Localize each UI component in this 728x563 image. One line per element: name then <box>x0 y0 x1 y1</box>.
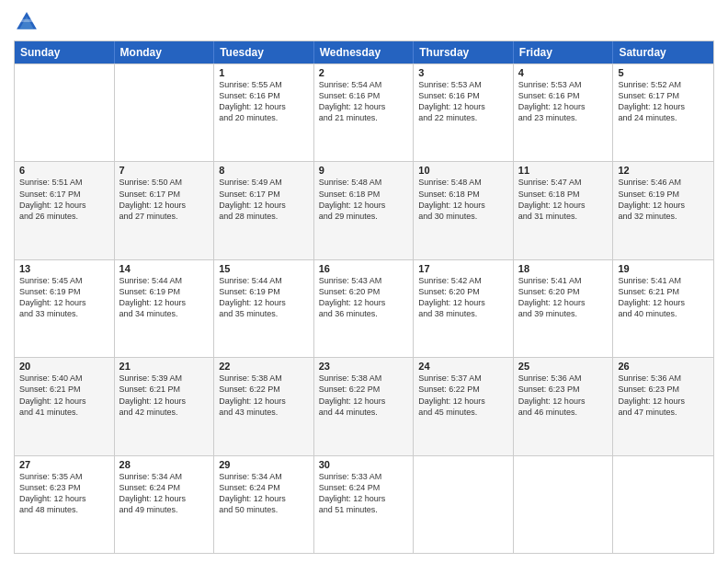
header-day-friday: Friday <box>514 41 614 63</box>
cell-info: Sunrise: 5:36 AM Sunset: 6:23 PM Dayligh… <box>518 373 609 418</box>
cell-info: Sunrise: 5:43 AM Sunset: 6:20 PM Dayligh… <box>319 275 409 320</box>
calendar-cell-3-0: 20Sunrise: 5:40 AM Sunset: 6:21 PM Dayli… <box>15 358 115 454</box>
cell-info: Sunrise: 5:53 AM Sunset: 6:16 PM Dayligh… <box>518 79 609 124</box>
calendar-cell-2-3: 16Sunrise: 5:43 AM Sunset: 6:20 PM Dayli… <box>314 260 415 357</box>
cell-info: Sunrise: 5:51 AM Sunset: 6:17 PM Dayligh… <box>19 177 109 222</box>
day-number: 3 <box>418 67 508 78</box>
cell-info: Sunrise: 5:52 AM Sunset: 6:17 PM Dayligh… <box>618 79 709 124</box>
svg-rect-2 <box>21 19 32 22</box>
calendar-cell-3-5: 25Sunrise: 5:36 AM Sunset: 6:23 PM Dayli… <box>514 358 614 454</box>
calendar-cell-0-1 <box>115 64 215 161</box>
calendar-cell-1-5: 11Sunrise: 5:47 AM Sunset: 6:18 PM Dayli… <box>514 162 614 259</box>
day-number: 17 <box>418 263 508 274</box>
calendar-cell-2-4: 17Sunrise: 5:42 AM Sunset: 6:20 PM Dayli… <box>414 260 514 357</box>
header-day-thursday: Thursday <box>414 41 514 63</box>
calendar-cell-3-6: 26Sunrise: 5:36 AM Sunset: 6:23 PM Dayli… <box>613 358 713 454</box>
header-day-tuesday: Tuesday <box>214 41 314 63</box>
day-number: 2 <box>319 67 409 78</box>
cell-info: Sunrise: 5:34 AM Sunset: 6:24 PM Dayligh… <box>219 471 309 516</box>
cell-info: Sunrise: 5:45 AM Sunset: 6:19 PM Dayligh… <box>19 275 109 320</box>
day-number: 9 <box>319 165 409 176</box>
calendar-cell-4-5 <box>514 456 614 553</box>
day-number: 15 <box>219 263 309 274</box>
header-day-wednesday: Wednesday <box>314 41 415 63</box>
header-day-saturday: Saturday <box>613 41 713 63</box>
calendar-cell-1-6: 12Sunrise: 5:46 AM Sunset: 6:19 PM Dayli… <box>613 162 713 259</box>
calendar-cell-2-0: 13Sunrise: 5:45 AM Sunset: 6:19 PM Dayli… <box>15 260 115 357</box>
cell-info: Sunrise: 5:33 AM Sunset: 6:24 PM Dayligh… <box>319 471 409 516</box>
cell-info: Sunrise: 5:54 AM Sunset: 6:16 PM Dayligh… <box>319 79 409 124</box>
calendar-header: SundayMondayTuesdayWednesdayThursdayFrid… <box>15 41 713 63</box>
day-number: 10 <box>418 165 508 176</box>
day-number: 25 <box>518 361 609 372</box>
calendar-row-1: 6Sunrise: 5:51 AM Sunset: 6:17 PM Daylig… <box>15 161 713 259</box>
cell-info: Sunrise: 5:44 AM Sunset: 6:19 PM Dayligh… <box>119 275 210 320</box>
logo <box>14 9 43 35</box>
cell-info: Sunrise: 5:46 AM Sunset: 6:19 PM Dayligh… <box>618 177 709 222</box>
day-number: 27 <box>19 459 109 470</box>
day-number: 11 <box>518 165 609 176</box>
cell-info: Sunrise: 5:36 AM Sunset: 6:23 PM Dayligh… <box>618 373 709 418</box>
logo-icon <box>14 9 40 35</box>
calendar-row-3: 20Sunrise: 5:40 AM Sunset: 6:21 PM Dayli… <box>15 357 713 454</box>
calendar-cell-3-4: 24Sunrise: 5:37 AM Sunset: 6:22 PM Dayli… <box>414 358 514 454</box>
day-number: 12 <box>618 165 709 176</box>
day-number: 20 <box>19 361 109 372</box>
calendar-cell-3-2: 22Sunrise: 5:38 AM Sunset: 6:22 PM Dayli… <box>214 358 314 454</box>
calendar-cell-4-2: 29Sunrise: 5:34 AM Sunset: 6:24 PM Dayli… <box>214 456 314 553</box>
day-number: 8 <box>219 165 309 176</box>
calendar-cell-2-2: 15Sunrise: 5:44 AM Sunset: 6:19 PM Dayli… <box>214 260 314 357</box>
calendar-cell-3-1: 21Sunrise: 5:39 AM Sunset: 6:21 PM Dayli… <box>115 358 215 454</box>
calendar-cell-2-6: 19Sunrise: 5:41 AM Sunset: 6:21 PM Dayli… <box>613 260 713 357</box>
cell-info: Sunrise: 5:47 AM Sunset: 6:18 PM Dayligh… <box>518 177 609 222</box>
cell-info: Sunrise: 5:55 AM Sunset: 6:16 PM Dayligh… <box>219 79 309 124</box>
cell-info: Sunrise: 5:50 AM Sunset: 6:17 PM Dayligh… <box>119 177 210 222</box>
cell-info: Sunrise: 5:41 AM Sunset: 6:21 PM Dayligh… <box>618 275 709 320</box>
calendar-cell-2-5: 18Sunrise: 5:41 AM Sunset: 6:20 PM Dayli… <box>514 260 614 357</box>
day-number: 1 <box>219 67 309 78</box>
day-number: 30 <box>319 459 409 470</box>
calendar-cell-0-2: 1Sunrise: 5:55 AM Sunset: 6:16 PM Daylig… <box>214 64 314 161</box>
day-number: 23 <box>319 361 409 372</box>
calendar-cell-0-5: 4Sunrise: 5:53 AM Sunset: 6:16 PM Daylig… <box>514 64 614 161</box>
header-day-monday: Monday <box>115 41 215 63</box>
day-number: 28 <box>119 459 210 470</box>
calendar-cell-4-0: 27Sunrise: 5:35 AM Sunset: 6:23 PM Dayli… <box>15 456 115 553</box>
cell-info: Sunrise: 5:41 AM Sunset: 6:20 PM Dayligh… <box>518 275 609 320</box>
calendar-cell-3-3: 23Sunrise: 5:38 AM Sunset: 6:22 PM Dayli… <box>314 358 415 454</box>
day-number: 4 <box>518 67 609 78</box>
cell-info: Sunrise: 5:37 AM Sunset: 6:22 PM Dayligh… <box>418 373 508 418</box>
header <box>14 9 714 35</box>
calendar-cell-4-4 <box>414 456 514 553</box>
calendar-cell-1-1: 7Sunrise: 5:50 AM Sunset: 6:17 PM Daylig… <box>115 162 215 259</box>
calendar-cell-0-4: 3Sunrise: 5:53 AM Sunset: 6:16 PM Daylig… <box>414 64 514 161</box>
calendar-row-4: 27Sunrise: 5:35 AM Sunset: 6:23 PM Dayli… <box>15 455 713 553</box>
day-number: 13 <box>19 263 109 274</box>
day-number: 21 <box>119 361 210 372</box>
calendar: SundayMondayTuesdayWednesdayThursdayFrid… <box>14 40 714 554</box>
calendar-body: 1Sunrise: 5:55 AM Sunset: 6:16 PM Daylig… <box>15 63 713 553</box>
cell-info: Sunrise: 5:34 AM Sunset: 6:24 PM Dayligh… <box>119 471 210 516</box>
cell-info: Sunrise: 5:53 AM Sunset: 6:16 PM Dayligh… <box>418 79 508 124</box>
calendar-row-2: 13Sunrise: 5:45 AM Sunset: 6:19 PM Dayli… <box>15 259 713 357</box>
cell-info: Sunrise: 5:44 AM Sunset: 6:19 PM Dayligh… <box>219 275 309 320</box>
day-number: 7 <box>119 165 210 176</box>
cell-info: Sunrise: 5:42 AM Sunset: 6:20 PM Dayligh… <box>418 275 508 320</box>
cell-info: Sunrise: 5:40 AM Sunset: 6:21 PM Dayligh… <box>19 373 109 418</box>
day-number: 26 <box>618 361 709 372</box>
day-number: 22 <box>219 361 309 372</box>
calendar-cell-0-3: 2Sunrise: 5:54 AM Sunset: 6:16 PM Daylig… <box>314 64 415 161</box>
day-number: 29 <box>219 459 309 470</box>
calendar-cell-1-0: 6Sunrise: 5:51 AM Sunset: 6:17 PM Daylig… <box>15 162 115 259</box>
day-number: 18 <box>518 263 609 274</box>
calendar-cell-1-3: 9Sunrise: 5:48 AM Sunset: 6:18 PM Daylig… <box>314 162 415 259</box>
cell-info: Sunrise: 5:38 AM Sunset: 6:22 PM Dayligh… <box>319 373 409 418</box>
calendar-row-0: 1Sunrise: 5:55 AM Sunset: 6:16 PM Daylig… <box>15 63 713 161</box>
cell-info: Sunrise: 5:35 AM Sunset: 6:23 PM Dayligh… <box>19 471 109 516</box>
day-number: 24 <box>418 361 508 372</box>
day-number: 6 <box>19 165 109 176</box>
cell-info: Sunrise: 5:49 AM Sunset: 6:17 PM Dayligh… <box>219 177 309 222</box>
calendar-cell-4-1: 28Sunrise: 5:34 AM Sunset: 6:24 PM Dayli… <box>115 456 215 553</box>
calendar-cell-0-0 <box>15 64 115 161</box>
day-number: 5 <box>618 67 709 78</box>
